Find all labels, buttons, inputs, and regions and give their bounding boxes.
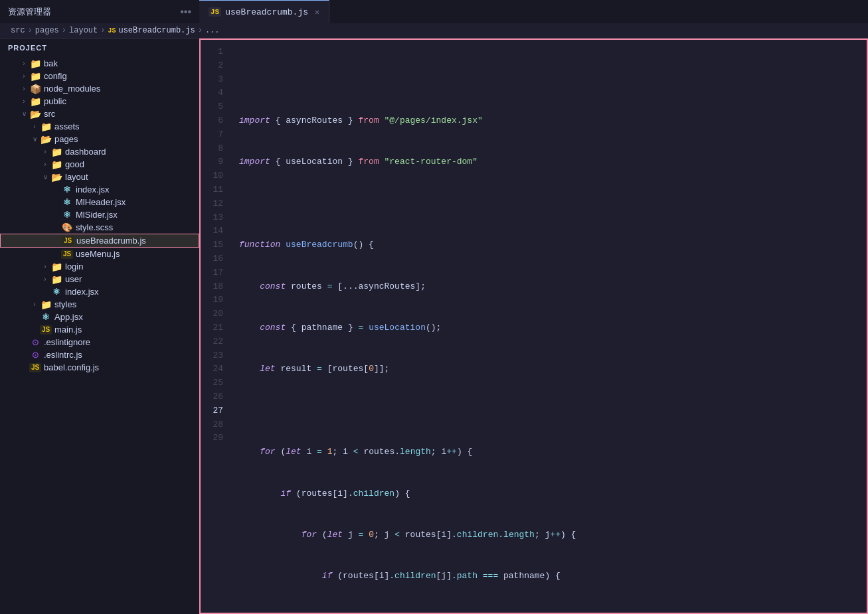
chevron-down-icon: ∨ xyxy=(29,135,40,143)
line-num-2: 2 xyxy=(201,59,234,73)
sidebar-item-usemenu[interactable]: JS useMenu.js xyxy=(0,248,199,260)
sidebar-item-eslintignore[interactable]: ⊙ .eslintignore xyxy=(0,336,199,348)
line-num-15: 15 xyxy=(201,238,234,252)
sidebar-item-user[interactable]: › 📁 user xyxy=(0,273,199,285)
breadcrumb-pages[interactable]: pages xyxy=(35,26,59,35)
sidebar-item-layout-index[interactable]: ⚛ index.jsx xyxy=(0,183,199,196)
sidebar-item-babel-config[interactable]: JS babel.config.js xyxy=(0,361,199,374)
chevron-right-icon: › xyxy=(40,148,50,155)
eslint-icon: ⊙ xyxy=(29,338,41,347)
line-num-13: 13 xyxy=(201,211,234,225)
code-line-8: let result = [routes[0]]; xyxy=(239,362,867,376)
code-line-3: import { useLocation } from "react-route… xyxy=(239,155,867,169)
sidebar-item-layout[interactable]: ∨ 📂 layout xyxy=(0,171,199,183)
scss-icon: 🎨 xyxy=(61,223,73,232)
tab-close-icon[interactable]: ✕ xyxy=(315,7,319,17)
sidebar-item-label: main.js xyxy=(54,325,82,335)
sidebar-item-style-scss[interactable]: 🎨 style.scss xyxy=(0,221,199,234)
title-bar-dots[interactable]: ••• xyxy=(180,6,191,18)
sidebar-item-label: public xyxy=(44,96,66,106)
code-content[interactable]: import { asyncRoutes } from "@/pages/ind… xyxy=(234,40,867,614)
sidebar-item-public[interactable]: › 📁 public xyxy=(0,95,199,108)
folder-icon: 📁 xyxy=(40,300,52,309)
jsx-icon: ⚛ xyxy=(61,185,73,194)
sidebar-item-assets[interactable]: › 📁 assets xyxy=(0,120,199,133)
sidebar-item-node-modules[interactable]: › 📦 node_modules xyxy=(0,82,199,95)
line-num-14: 14 xyxy=(201,224,234,238)
sidebar-item-mlsider[interactable]: ⚛ MlSider.jsx xyxy=(0,208,199,221)
sidebar-item-label: assets xyxy=(54,121,80,131)
chevron-right-icon: › xyxy=(19,85,29,92)
sidebar-item-usebreadcrumb[interactable]: JS useBreadcrumb.js xyxy=(0,234,199,248)
sidebar-item-label: user xyxy=(65,274,82,284)
sidebar-item-good[interactable]: › 📁 good xyxy=(0,158,199,171)
breadcrumb: src › pages › layout › JS useBreadcrumb.… xyxy=(0,23,868,38)
line-num-1: 1 xyxy=(201,45,234,59)
chevron-down-icon: ∨ xyxy=(19,110,29,117)
code-line-14: result.push(routes[i]) xyxy=(239,611,867,614)
sidebar-item-label: node_modules xyxy=(44,84,100,94)
line-num-3: 3 xyxy=(201,73,234,87)
sidebar-item-label: dashboard xyxy=(65,147,106,157)
sidebar-item-config[interactable]: › 📁 config xyxy=(0,70,199,82)
sidebar-item-label: MlSider.jsx xyxy=(76,210,118,220)
line-num-29: 29 xyxy=(201,431,234,445)
sidebar-item-styles[interactable]: › 📁 styles xyxy=(0,298,199,311)
sidebar-item-label: good xyxy=(65,159,84,169)
code-line-5: function useBreadcrumb() { xyxy=(239,238,867,252)
sidebar-item-label: useBreadcrumb.js xyxy=(76,236,146,246)
code-line-12: for (let j = 0; j < routes[i].children.l… xyxy=(239,528,867,542)
line-num-12: 12 xyxy=(201,197,234,211)
jsx-icon: ⚛ xyxy=(61,210,73,220)
breadcrumb-src[interactable]: src xyxy=(11,26,25,35)
tab-useBreadcrumb[interactable]: JS useBreadcrumb.js ✕ xyxy=(199,0,329,23)
sidebar-item-label: style.scss xyxy=(76,222,113,232)
sidebar-header: PROJECT xyxy=(0,38,199,57)
code-line-2: import { asyncRoutes } from "@/pages/ind… xyxy=(239,114,867,128)
breadcrumb-layout[interactable]: layout xyxy=(69,26,98,35)
breadcrumb-filename[interactable]: useBreadcrumb.js xyxy=(118,26,195,35)
sidebar-item-label: .eslintignore xyxy=(44,337,90,347)
line-num-5: 5 xyxy=(201,100,234,114)
line-num-22: 22 xyxy=(201,335,234,349)
editor-area[interactable]: 1 2 3 4 5 6 7 8 9 10 11 12 13 14 15 16 1… xyxy=(199,38,868,614)
breadcrumb-js-icon: JS xyxy=(108,27,116,35)
js-icon: JS xyxy=(62,236,74,246)
sidebar-item-src[interactable]: ∨ 📂 src xyxy=(0,108,199,120)
line-num-6: 6 xyxy=(201,114,234,128)
js-icon: JS xyxy=(29,363,41,372)
sidebar-item-pages-index[interactable]: ⚛ index.jsx xyxy=(0,285,199,298)
js-icon: JS xyxy=(61,250,73,259)
chevron-right-icon: › xyxy=(29,301,40,308)
tab-label: useBreadcrumb.js xyxy=(225,7,308,17)
code-container: 1 2 3 4 5 6 7 8 9 10 11 12 13 14 15 16 1… xyxy=(201,40,867,614)
sidebar-item-mlheader[interactable]: ⚛ MlHeader.jsx xyxy=(0,196,199,208)
sidebar-item-label: babel.config.js xyxy=(44,362,99,372)
line-num-19: 19 xyxy=(201,293,234,307)
folder-icon: 📁 xyxy=(50,262,62,271)
folder-icon: 📁 xyxy=(40,122,52,131)
sidebar-item-login[interactable]: › 📁 login xyxy=(0,260,199,273)
folder-icon: 📁 xyxy=(29,72,41,81)
sidebar-item-label: pages xyxy=(54,134,78,144)
sidebar-item-bak[interactable]: › 📁 bak xyxy=(0,57,199,70)
code-line-7: const { pathname } = useLocation(); xyxy=(239,321,867,335)
line-num-9: 9 xyxy=(201,155,234,169)
sidebar-item-label: .eslintrc.js xyxy=(44,350,82,360)
line-num-11: 11 xyxy=(201,183,234,197)
sidebar-item-label: layout xyxy=(65,172,88,182)
sidebar-item-main-js[interactable]: JS main.js xyxy=(0,323,199,336)
sidebar-item-dashboard[interactable]: › 📁 dashboard xyxy=(0,145,199,158)
jsx-icon: ⚛ xyxy=(50,287,62,297)
sidebar-item-label: index.jsx xyxy=(76,185,110,194)
line-num-18: 18 xyxy=(201,280,234,294)
sidebar-item-app-jsx[interactable]: ⚛ App.jsx xyxy=(0,311,199,323)
eslint-js-icon: ⊙ xyxy=(29,350,41,360)
line-num-8: 8 xyxy=(201,142,234,156)
sidebar-item-eslintrc[interactable]: ⊙ .eslintrc.js xyxy=(0,348,199,361)
sidebar-item-pages[interactable]: ∨ 📂 pages xyxy=(0,133,199,145)
jsx-icon: ⚛ xyxy=(61,198,73,207)
breadcrumb-sep3: › xyxy=(100,26,105,35)
line-num-23: 23 xyxy=(201,349,234,363)
sidebar-item-label: useMenu.js xyxy=(76,249,120,259)
